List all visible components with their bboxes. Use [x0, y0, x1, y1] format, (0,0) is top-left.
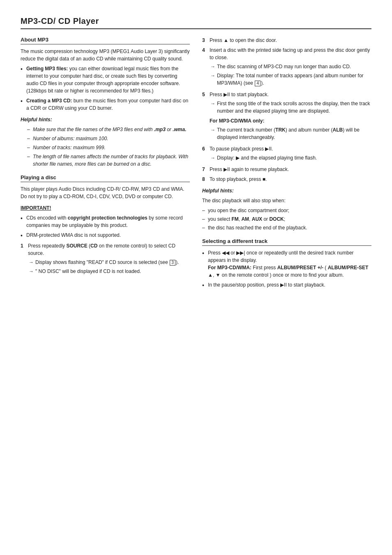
step-6-arrow-1: Display: ▶ and the elapsed playing time … — [210, 154, 371, 162]
step-5-num: 5 — [202, 91, 210, 143]
page-title: MP3-CD/ CD Player — [21, 16, 371, 29]
hint-2: Number of albums: maximum 100. — [27, 135, 190, 142]
step-1-text-before: Press repeatedly — [28, 243, 66, 249]
select-b1-t4: ( — [323, 265, 328, 271]
selecting-track-heading: Selecting a different track — [202, 238, 371, 246]
s1a1-box: 3 — [170, 260, 175, 266]
copyright-label: copyright protection technologies — [68, 215, 148, 221]
main-content: About MP3 The music compression technolo… — [21, 37, 371, 292]
step-4-text: Insert a disc with the printed side faci… — [210, 47, 370, 60]
m1-bold2: ALB — [332, 127, 343, 133]
s1a1-after: ). — [176, 259, 179, 265]
step-5: 5 Press ▶II to start playback. First the… — [202, 91, 371, 143]
step-7-num: 7 — [202, 166, 210, 173]
step-4-arrow-1: The disc scanning of MP3-CD may run long… — [210, 63, 371, 70]
step-4-content: Insert a disc with the printed side faci… — [210, 46, 371, 88]
hint-4: The length of file names affects the num… — [27, 153, 190, 168]
select-b1-bold1: For MP3-CD/WMA: — [208, 265, 251, 271]
step-8-num: 8 — [202, 176, 210, 183]
bullet-getting-mp3: Getting MP3 files: you can either downlo… — [21, 65, 190, 95]
m1-mid: ) and album number ( — [286, 127, 333, 133]
step-6: 6 To pause playback press ▶II. Display: … — [202, 145, 371, 163]
helpful-hints-2-intro: The disc playback will also stop when: — [202, 197, 371, 204]
bullet-creating-mp3: Creating a MP3 CD: burn the music files … — [21, 97, 190, 112]
step-1-arrow-2: " NO DISC" will be displayed if CD is no… — [29, 268, 190, 275]
step-1-arrow-1: Display shows flashing "READ" if CD sour… — [29, 259, 190, 266]
select-bullet-1: Press ◀◀ or ▶▶| once or repeatedly until… — [202, 249, 371, 279]
s4a2-box: 4 — [255, 81, 261, 86]
step-4: 4 Insert a disc with the printed side fa… — [202, 46, 371, 88]
step-4-num: 4 — [202, 46, 210, 88]
step-6-arrows: Display: ▶ and the elapsed playing time … — [210, 154, 371, 162]
important-bullets: CDs encoded with copyright protection te… — [21, 214, 190, 239]
select-b1-text: Press ◀◀ or ▶▶| once or repeatedly until… — [208, 250, 354, 263]
select-b1-bold2: ALBUM/PRESET +/- — [277, 265, 323, 271]
step-1-bold1: SOURCE — [66, 243, 87, 249]
hint-3: Number of tracks: maximum 999. — [27, 144, 190, 151]
helpful-hints-2-heading: Helpful hints: — [202, 187, 371, 194]
step-3-content: Press ▲ to open the disc door. — [210, 37, 371, 44]
select-b1-t2: First press — [251, 265, 277, 271]
important-bullet-1: CDs encoded with copyright protection te… — [21, 214, 190, 229]
step-3-num: 3 — [202, 37, 210, 44]
hint2-1: you open the disc compartment door; — [202, 207, 371, 214]
important-label: IMPORTANT! — [21, 204, 190, 212]
m1-before: The current track number ( — [217, 127, 275, 133]
s4a2-before: Display: The total number of tracks appe… — [217, 73, 364, 86]
hint-1: Make sure that the file names of the MP3… — [27, 126, 190, 133]
step-1-bold2: CD — [90, 243, 97, 249]
about-mp3-intro: The music compression technology MP3 (MP… — [21, 48, 190, 62]
step-1-arrows: Display shows flashing "READ" if CD sour… — [29, 259, 190, 275]
about-mp3-bullet-list: Getting MP3 files: you can either downlo… — [21, 65, 190, 112]
helpful-hints-2-list: you open the disc compartment door; you … — [202, 207, 371, 231]
playing-steps-left: 1 Press repeatedly SOURCE (CD on the rem… — [21, 242, 190, 277]
helpful-hints-1-list: Make sure that the file names of the MP3… — [27, 126, 190, 168]
playing-steps-right: 3 Press ▲ to open the disc door. 4 Inser… — [202, 37, 371, 183]
s4a2-after: ). — [261, 80, 264, 86]
step-6-text: To pause playback press ▶II. — [210, 146, 273, 152]
getting-mp3-label: Getting MP3 files: — [26, 66, 68, 72]
about-mp3-heading: About MP3 — [21, 37, 190, 44]
m1-bold1: TRK — [275, 127, 286, 133]
right-column: 3 Press ▲ to open the disc door. 4 Inser… — [202, 37, 371, 292]
creating-mp3-label: Creating a MP3 CD: — [26, 98, 72, 104]
step-5-text: Press ▶II to start playback. — [210, 92, 269, 97]
step-1-num: 1 — [21, 242, 28, 277]
select-bullet-2: In the pause/stop position, press ▶II to… — [202, 281, 371, 289]
step-1-content: Press repeatedly SOURCE (CD on the remot… — [28, 242, 190, 277]
step-5-arrow-1: First the song title of the track scroll… — [210, 100, 371, 115]
step-4-arrow-2: Display: The total number of tracks appe… — [210, 72, 371, 87]
playing-disc-heading: Playing a disc — [21, 174, 190, 182]
mp3-only-heading: For MP3-CD/WMA only: — [210, 117, 371, 125]
step-1: 1 Press repeatedly SOURCE (CD on the rem… — [21, 242, 190, 277]
step-4-arrows: The disc scanning of MP3-CD may run long… — [210, 63, 371, 87]
playing-disc-intro: This player plays Audio Discs including … — [21, 185, 190, 200]
hint2-3: the disc has reached the end of the play… — [202, 224, 371, 231]
s1a1-before: Display shows flashing "READ" if CD sour… — [35, 259, 169, 265]
step-6-num: 6 — [202, 145, 210, 163]
left-column: About MP3 The music compression technolo… — [21, 37, 190, 292]
step-7-content: Press ▶II again to resume playback. — [210, 166, 371, 173]
copyright-prefix: CDs encoded with — [26, 215, 68, 221]
helpful-hints-1-heading: Helpful hints: — [21, 116, 190, 123]
step-3: 3 Press ▲ to open the disc door. — [202, 37, 371, 44]
select-b1-t6: ▲, ▼ on the remote control ) once or mor… — [208, 272, 344, 278]
step-7: 7 Press ▶II again to resume playback. — [202, 166, 371, 173]
step-5-arrows: First the song title of the track scroll… — [210, 100, 371, 115]
step-6-content: To pause playback press ▶II. Display: ▶ … — [210, 145, 371, 163]
mp3-only-arrows: The current track number (TRK) and album… — [210, 126, 371, 141]
important-bullet-2: DRM-protected WMA disc is not supported. — [21, 231, 190, 239]
selecting-track-list: Press ◀◀ or ▶▶| once or repeatedly until… — [202, 249, 371, 289]
hint2-2: you select FM, AM, AUX or DOCK; — [202, 215, 371, 223]
select-b1-bold3: ALBUM/PRE-SET — [328, 265, 369, 271]
mp3-only-arrow-1: The current track number (TRK) and album… — [210, 126, 371, 141]
step-8-content: To stop playback, press ■. — [210, 176, 371, 183]
step-5-content: Press ▶II to start playback. First the s… — [210, 91, 371, 143]
step-8: 8 To stop playback, press ■. — [202, 176, 371, 183]
step-1-text-mid: ( — [88, 243, 90, 249]
